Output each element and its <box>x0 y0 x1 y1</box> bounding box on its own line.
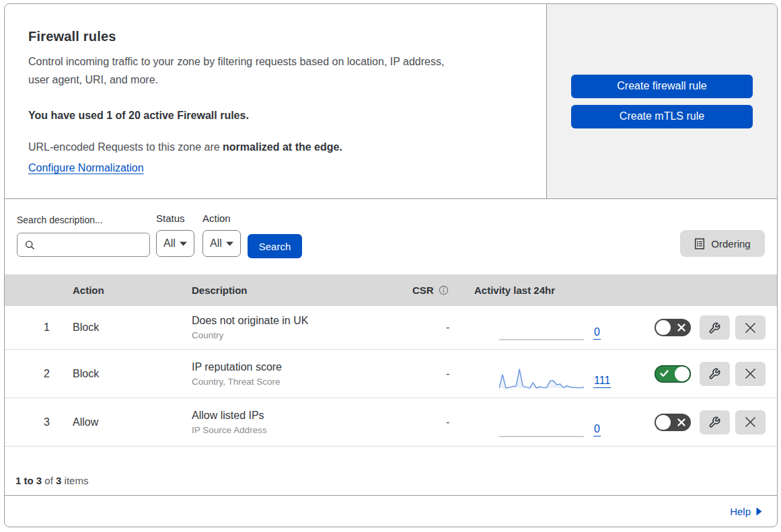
close-icon <box>745 368 756 379</box>
rule-activity-cell: 111 <box>474 350 626 397</box>
activity-count-link[interactable]: 0 <box>593 327 601 340</box>
info-icon[interactable] <box>439 285 449 295</box>
edit-rule-button[interactable] <box>700 315 730 340</box>
header-activity: Activity last 24hr <box>474 284 626 296</box>
x-icon <box>677 324 685 332</box>
actions-panel: Create firewall rule Create mTLS rule <box>546 4 777 198</box>
rule-description: Allow listed IPs <box>192 408 412 423</box>
create-firewall-rule-button[interactable]: Create firewall rule <box>571 75 753 98</box>
help-link[interactable]: Help <box>730 506 762 517</box>
firewall-rules-card: Firewall rules Control incoming traffic … <box>4 3 778 527</box>
rule-number: 2 <box>5 368 73 380</box>
rule-number: 3 <box>5 416 73 428</box>
table-header: Action Description CSR Activity last 24h… <box>5 274 777 306</box>
arrow-right-icon <box>756 507 762 516</box>
rule-activity-cell: 0 <box>474 398 626 446</box>
configure-normalization-link[interactable]: Configure Normalization <box>28 159 144 177</box>
rule-controls <box>626 350 777 397</box>
edit-rule-button[interactable] <box>700 410 730 434</box>
chevron-down-icon <box>180 241 187 246</box>
normalization-note-bold: normalized at the edge. <box>223 141 342 153</box>
action-filter-label: Action <box>202 213 231 224</box>
wrench-icon <box>708 416 721 428</box>
rule-controls <box>626 306 777 349</box>
page-description: Control incoming traffic to your zone by… <box>28 52 462 89</box>
status-filter-select[interactable]: All <box>156 230 194 257</box>
pagination-text: 1 to 3 of 3 items <box>15 475 88 486</box>
status-filter-value: All <box>163 237 176 250</box>
rule-csr-value: - <box>412 368 474 380</box>
search-label: Search description... <box>17 215 103 225</box>
x-icon <box>677 418 685 426</box>
intro-text-pane: Firewall rules Control incoming traffic … <box>5 4 546 198</box>
toggle-knob <box>656 320 671 335</box>
pagination-total: 3 <box>56 475 61 486</box>
search-input[interactable] <box>40 239 149 251</box>
activity-sparkline <box>499 319 584 340</box>
filter-bar: Search description... Status All Action … <box>5 199 777 274</box>
check-icon <box>660 370 669 377</box>
help-link-label: Help <box>730 506 751 517</box>
search-icon <box>25 240 35 250</box>
pagination-range: 1 to 3 <box>15 475 42 486</box>
rule-action: Block <box>73 368 192 380</box>
page-title: Firewall rules <box>28 27 519 46</box>
rule-description: IP reputation score <box>192 360 412 375</box>
normalization-note-text: URL-encoded Requests to this zone are <box>28 141 223 153</box>
delete-rule-button[interactable] <box>735 410 766 434</box>
search-button[interactable]: Search <box>248 234 302 258</box>
activity-count-link[interactable]: 0 <box>593 424 601 436</box>
header-csr-label: CSR <box>412 284 434 296</box>
toggle-knob <box>675 367 690 381</box>
status-filter-label: Status <box>156 213 185 224</box>
action-filter-value: All <box>210 237 222 250</box>
normalization-note: URL-encoded Requests to this zone are no… <box>28 138 519 156</box>
chevron-down-icon <box>226 241 233 246</box>
rule-number: 1 <box>5 321 73 334</box>
wrench-icon <box>708 321 721 334</box>
intro-section: Firewall rules Control incoming traffic … <box>5 4 777 199</box>
rule-enabled-toggle[interactable] <box>655 414 691 431</box>
table-row: 2 Block IP reputation score Country, Thr… <box>5 350 777 398</box>
activity-sparkline <box>499 367 584 389</box>
header-action: Action <box>73 284 192 296</box>
activity-sparkline <box>499 416 584 437</box>
header-csr: CSR <box>412 284 474 296</box>
rule-enabled-toggle[interactable] <box>655 365 691 383</box>
firewall-rules-page: Firewall rules Control incoming traffic … <box>0 0 781 532</box>
table-row: 3 Allow Allow listed IPs IP Source Addre… <box>5 398 777 447</box>
delete-rule-button[interactable] <box>735 362 766 386</box>
close-icon <box>745 322 756 334</box>
pagination: 1 to 3 of 3 items <box>5 447 777 496</box>
rule-action: Allow <box>73 416 192 428</box>
table-body: 1 Block Does not originate in UK Country… <box>5 306 777 447</box>
ordering-button-label: Ordering <box>711 238 750 250</box>
search-box <box>17 233 150 257</box>
close-icon <box>745 416 756 428</box>
activity-count-link[interactable]: 111 <box>593 375 611 388</box>
rule-activity-cell: 0 <box>474 306 626 349</box>
rule-fields: IP Source Address <box>192 424 412 436</box>
pagination-of: of <box>44 475 53 486</box>
rule-enabled-toggle[interactable] <box>655 319 691 336</box>
wrench-icon <box>708 367 721 380</box>
table-row: 1 Block Does not originate in UK Country… <box>5 306 777 350</box>
usage-summary: You have used 1 of 20 active Firewall ru… <box>28 106 519 124</box>
rule-action: Block <box>73 321 192 334</box>
rule-controls <box>626 398 777 446</box>
rule-csr-value: - <box>412 416 474 428</box>
help-bar: Help <box>5 496 777 527</box>
delete-rule-button[interactable] <box>735 315 766 340</box>
edit-rule-button[interactable] <box>700 362 730 386</box>
action-filter-select[interactable]: All <box>202 230 241 257</box>
rule-description: Does not originate in UK <box>192 313 412 328</box>
create-mtls-rule-button[interactable]: Create mTLS rule <box>571 105 753 128</box>
ordering-button[interactable]: Ordering <box>680 230 765 257</box>
header-description: Description <box>192 284 412 296</box>
ordering-list-icon <box>694 238 705 250</box>
rule-csr-value: - <box>412 321 474 334</box>
rule-fields: Country <box>192 329 412 342</box>
toggle-knob <box>656 415 671 430</box>
pagination-items-label: items <box>65 475 89 486</box>
rule-fields: Country, Threat Score <box>192 375 412 388</box>
